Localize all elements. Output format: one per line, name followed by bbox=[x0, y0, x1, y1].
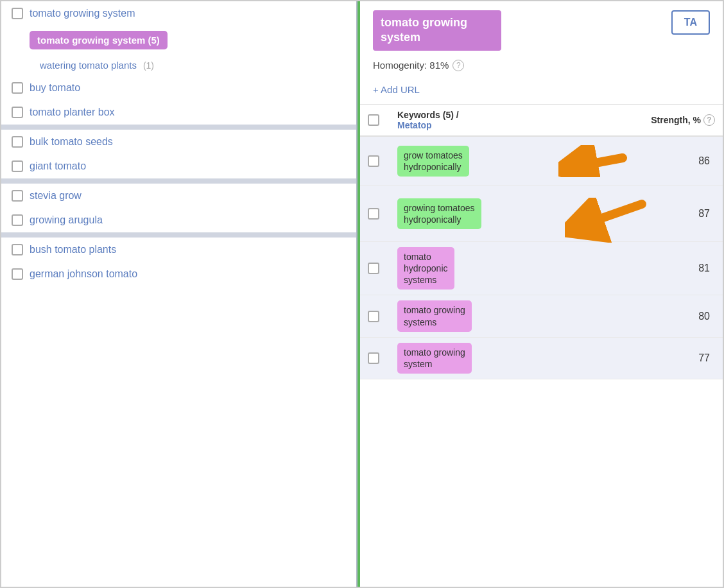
sub-item-label: watering tomato plants bbox=[40, 60, 137, 71]
active-pill[interactable]: tomato growing system (5) bbox=[30, 31, 168, 49]
separator bbox=[1, 232, 356, 238]
strength-value: 80 bbox=[638, 311, 715, 322]
item-label: german johnson tomato bbox=[30, 268, 137, 280]
orange-arrow-1 bbox=[558, 145, 629, 177]
sub-item-count: (1) bbox=[143, 60, 154, 71]
row-checkbox[interactable] bbox=[368, 263, 379, 274]
separator bbox=[1, 125, 356, 130]
row-checkbox[interactable] bbox=[368, 208, 379, 220]
checkbox[interactable] bbox=[12, 8, 23, 19]
keyword-title-row: tomato growing system TA bbox=[373, 10, 710, 51]
col-keywords-label: Keywords (5) / bbox=[397, 110, 569, 120]
list-item[interactable]: bulk tomato seeds bbox=[1, 130, 356, 154]
strength-value: 87 bbox=[638, 208, 715, 220]
separator bbox=[1, 178, 356, 184]
active-pill-label: tomato growing system bbox=[37, 35, 145, 46]
svg-line-1 bbox=[571, 158, 623, 168]
keyword-table: Keywords (5) / Metatop Strength, % ? gro… bbox=[360, 105, 723, 587]
item-label: buy tomato bbox=[30, 82, 80, 94]
sub-item[interactable]: watering tomato plants (1) bbox=[1, 55, 356, 76]
homogeneity-text: Homogenity: 81% bbox=[373, 60, 449, 71]
checkbox[interactable] bbox=[12, 244, 23, 255]
keyword-pill: tomato growingsystems bbox=[397, 300, 472, 331]
list-item[interactable]: growing arugula bbox=[1, 208, 356, 232]
checkbox[interactable] bbox=[12, 160, 23, 172]
header-checkbox-col bbox=[368, 114, 395, 126]
keyword-pill: growing tomatoeshydroponically bbox=[397, 198, 481, 229]
item-label: bush tomato plants bbox=[30, 244, 116, 255]
table-row: growing tomatoeshydroponically 87 bbox=[360, 186, 723, 242]
item-label: growing arugula bbox=[30, 214, 103, 226]
keyword-pill: tomato growingsystem bbox=[397, 343, 472, 374]
item-label: bulk tomato seeds bbox=[30, 136, 113, 148]
header-checkbox[interactable] bbox=[368, 114, 379, 126]
table-row: tomato growingsystems 80 bbox=[360, 295, 723, 337]
right-panel: tomato growing system TA Homogenity: 81%… bbox=[358, 1, 723, 587]
strength-value: 77 bbox=[638, 352, 715, 364]
list-item[interactable]: giant tomato bbox=[1, 154, 356, 178]
col-keywords: Keywords (5) / Metatop bbox=[397, 110, 569, 130]
orange-arrow-2 bbox=[565, 198, 648, 243]
active-group-item: tomato growing system (5) bbox=[1, 26, 356, 55]
right-header: tomato growing system TA Homogenity: 81%… bbox=[360, 1, 723, 105]
row-checkbox[interactable] bbox=[368, 352, 379, 364]
help-icon[interactable]: ? bbox=[452, 60, 464, 71]
col-strength-label: Strength, % bbox=[651, 115, 701, 125]
strength-help-icon[interactable]: ? bbox=[703, 114, 715, 126]
table-row: grow tomatoeshydroponically 86 bbox=[360, 137, 723, 186]
add-url-link[interactable]: + Add URL bbox=[373, 78, 710, 104]
list-item[interactable]: german johnson tomato bbox=[1, 262, 356, 286]
active-pill-count: (5) bbox=[148, 35, 160, 46]
item-label: tomato planter box bbox=[30, 107, 115, 118]
list-item[interactable]: bush tomato plants bbox=[1, 238, 356, 262]
keyword-pill: tomatohydroponicsystems bbox=[397, 247, 454, 290]
ta-button[interactable]: TA bbox=[671, 10, 710, 35]
strength-value: 86 bbox=[638, 155, 715, 167]
table-row: tomato growingsystem 77 bbox=[360, 338, 723, 379]
checkbox[interactable] bbox=[12, 268, 23, 280]
left-panel: tomato growing system tomato growing sys… bbox=[1, 1, 358, 587]
col-strength: Strength, % ? bbox=[638, 114, 715, 126]
col-metatop-label: Metatop bbox=[397, 120, 569, 130]
list-item[interactable]: buy tomato bbox=[1, 76, 356, 100]
row-checkbox[interactable] bbox=[368, 311, 379, 322]
checkbox[interactable] bbox=[12, 214, 23, 226]
item-label: stevia grow bbox=[30, 190, 82, 202]
checkbox[interactable] bbox=[12, 136, 23, 148]
table-row: tomatohydroponicsystems 81 bbox=[360, 242, 723, 296]
item-label: tomato growing system bbox=[30, 8, 135, 19]
checkbox[interactable] bbox=[12, 107, 23, 118]
item-label: giant tomato bbox=[30, 160, 86, 172]
row-checkbox[interactable] bbox=[368, 155, 379, 167]
list-item[interactable]: tomato planter box bbox=[1, 100, 356, 125]
checkbox[interactable] bbox=[12, 190, 23, 202]
strength-value: 81 bbox=[638, 263, 715, 274]
list-item[interactable]: tomato growing system bbox=[1, 1, 356, 26]
list-item[interactable]: stevia grow bbox=[1, 184, 356, 208]
checkbox[interactable] bbox=[12, 82, 23, 94]
homogeneity-row: Homogenity: 81% ? bbox=[373, 56, 710, 78]
table-header: Keywords (5) / Metatop Strength, % ? bbox=[360, 105, 723, 137]
keyword-pill: grow tomatoeshydroponically bbox=[397, 146, 469, 177]
svg-line-3 bbox=[578, 204, 642, 227]
keyword-title-box: tomato growing system bbox=[373, 10, 501, 51]
